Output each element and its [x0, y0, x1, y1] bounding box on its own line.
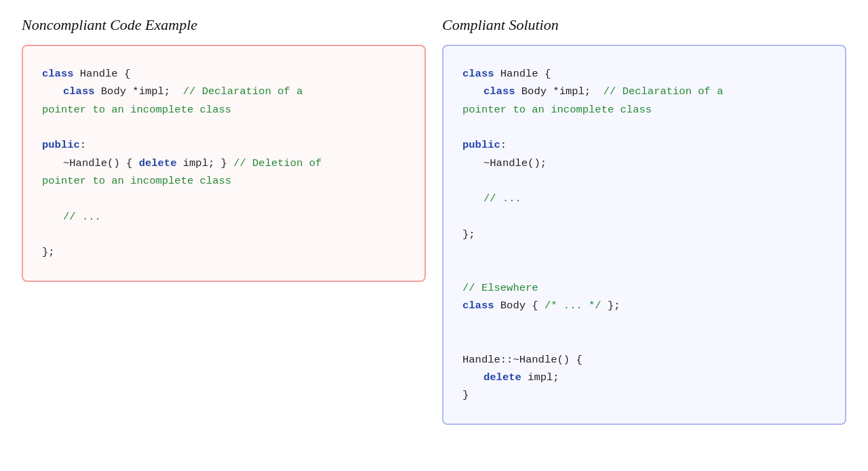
code-line: pointer to an incomplete class: [462, 101, 826, 119]
noncompliant-panel: Noncompliant Code Example class Handle {…: [22, 16, 426, 282]
code-line-blank: [42, 119, 406, 136]
compliant-title: Compliant Solution: [442, 16, 846, 34]
code-line-blank: [462, 172, 826, 190]
code-line: class Handle {: [42, 65, 406, 83]
noncompliant-code-box: class Handle { class Body *impl; // Decl…: [22, 45, 426, 282]
code-line-blank: [462, 243, 826, 261]
code-line: class Handle {: [462, 65, 826, 83]
code-line: class Body *impl; // Declaration of a: [462, 83, 826, 100]
code-line: delete impl;: [462, 369, 826, 386]
code-line: // ...: [462, 190, 826, 207]
code-line: };: [42, 243, 406, 261]
compliant-code-box: class Handle { class Body *impl; // Decl…: [442, 45, 846, 425]
code-line: class Body *impl; // Declaration of a: [42, 83, 406, 100]
code-line-blank: [462, 208, 826, 226]
code-line-blank: [42, 190, 406, 207]
code-line: public:: [42, 136, 406, 154]
code-line: // Elsewhere: [462, 279, 826, 297]
code-line-blank: [462, 333, 826, 350]
code-line-blank: [462, 315, 826, 333]
code-line: Handle::~Handle() {: [462, 351, 826, 369]
code-line-blank: [42, 226, 406, 243]
code-line: pointer to an incomplete class: [42, 101, 406, 119]
code-line: ~Handle();: [462, 155, 826, 172]
code-line-blank: [462, 262, 826, 279]
code-line: };: [462, 226, 826, 243]
code-line: }: [462, 386, 826, 404]
code-line: class Body { /* ... */ };: [462, 297, 826, 314]
code-line: pointer to an incomplete class: [42, 172, 406, 190]
code-line: public:: [462, 136, 826, 154]
compliant-panel: Compliant Solution class Handle { class …: [442, 16, 846, 425]
code-line: ~Handle() { delete impl; } // Deletion o…: [42, 155, 406, 172]
page-layout: Noncompliant Code Example class Handle {…: [22, 16, 846, 425]
noncompliant-title: Noncompliant Code Example: [22, 16, 426, 34]
code-line-blank: [462, 119, 826, 136]
code-line: // ...: [42, 208, 406, 226]
